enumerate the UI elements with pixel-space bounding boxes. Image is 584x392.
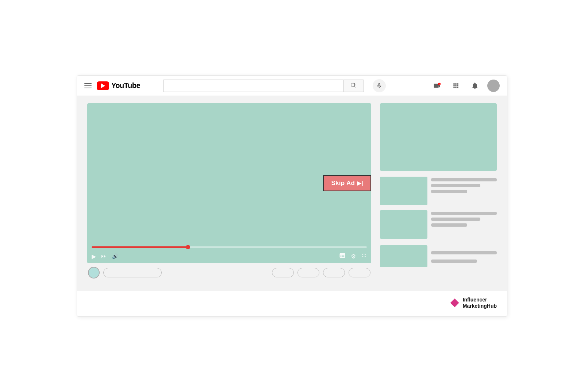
yt-logo-icon	[97, 81, 109, 90]
side-video-item-3	[380, 244, 497, 267]
action-pill-2[interactable]	[297, 268, 319, 277]
skip-ad-button[interactable]: Skip Ad ▶|	[323, 175, 371, 191]
right-ad-banner	[380, 103, 497, 171]
side-line	[431, 212, 497, 215]
mic-icon	[376, 82, 383, 89]
side-line	[431, 184, 480, 187]
browser-window: YouTube +	[77, 75, 507, 316]
side-text-1	[431, 177, 497, 193]
search-bar	[163, 80, 364, 92]
user-avatar[interactable]	[487, 80, 500, 92]
fullscreen-icon	[361, 253, 367, 258]
skip-ad-label: Skip Ad	[331, 180, 355, 187]
hamburger-menu[interactable]	[84, 83, 92, 88]
play-button[interactable]: ▶	[92, 253, 96, 260]
progress-track[interactable]	[92, 246, 367, 248]
brand-diamond-icon	[450, 299, 459, 307]
header-left: YouTube	[84, 81, 157, 90]
controls-right: ⚙	[339, 252, 367, 260]
side-line	[431, 190, 467, 193]
header-right: +	[430, 79, 500, 92]
controls-row: ▶ ⏭ 🔊 ⚙	[92, 252, 367, 260]
yt-logo-text: YouTube	[111, 81, 140, 90]
captions-icon	[339, 252, 346, 259]
svg-text:+: +	[439, 83, 440, 85]
side-thumb-3[interactable]	[380, 245, 427, 267]
below-video-right	[272, 268, 370, 277]
side-text-2	[431, 210, 497, 227]
branding-footer: Influencer MarketingHub	[77, 291, 507, 316]
bell-icon	[471, 82, 479, 90]
notifications-button[interactable]	[468, 79, 481, 92]
volume-button[interactable]: 🔊	[112, 253, 118, 259]
create-icon: +	[433, 82, 441, 90]
search-input[interactable]	[163, 80, 343, 92]
action-pill-3[interactable]	[323, 268, 345, 277]
search-icon	[350, 82, 357, 89]
side-line	[431, 223, 467, 227]
side-line	[431, 260, 477, 263]
progress-scrubber[interactable]	[186, 245, 190, 249]
fullscreen-button[interactable]	[361, 253, 367, 260]
below-video-left	[88, 267, 162, 278]
video-player: Skip Ad ▶| ▶	[87, 103, 371, 263]
brand-line1: Influencer	[463, 297, 487, 303]
controls-bar: ▶ ⏭ 🔊 ⚙	[87, 251, 371, 263]
side-line	[431, 178, 497, 181]
right-column	[380, 103, 497, 281]
progress-fill	[92, 246, 188, 248]
settings-button[interactable]: ⚙	[351, 253, 356, 260]
side-video-item-2	[380, 210, 497, 239]
captions-button[interactable]	[339, 252, 346, 260]
side-line	[431, 251, 497, 254]
controls-left: ▶ ⏭ 🔊	[92, 253, 118, 260]
brand-text: Influencer MarketingHub	[463, 297, 497, 309]
grid-icon	[452, 82, 460, 89]
action-pill-1[interactable]	[272, 268, 294, 277]
channel-avatar[interactable]	[88, 267, 100, 278]
side-text-3	[431, 245, 497, 267]
next-button[interactable]: ⏭	[101, 253, 107, 260]
youtube-header: YouTube +	[77, 76, 507, 96]
mic-button[interactable]	[373, 79, 386, 92]
below-video-bar	[87, 263, 371, 281]
main-content: Skip Ad ▶| ▶	[77, 96, 507, 291]
skip-ad-icon: ▶|	[357, 180, 363, 187]
side-thumb-2[interactable]	[380, 210, 427, 239]
side-thumb-1[interactable]	[380, 177, 427, 205]
apps-button[interactable]	[449, 79, 462, 92]
side-video-item-1	[380, 177, 497, 205]
video-controls: ▶ ⏭ 🔊 ⚙	[87, 246, 371, 263]
subscribe-bar[interactable]	[103, 268, 162, 277]
search-button[interactable]	[343, 80, 364, 92]
create-button[interactable]: +	[430, 79, 443, 92]
youtube-logo[interactable]: YouTube	[97, 81, 140, 90]
side-line	[431, 218, 480, 221]
brand-line2: MarketingHub	[463, 303, 497, 309]
left-column: Skip Ad ▶| ▶	[87, 103, 371, 281]
action-pill-4[interactable]	[349, 268, 370, 277]
